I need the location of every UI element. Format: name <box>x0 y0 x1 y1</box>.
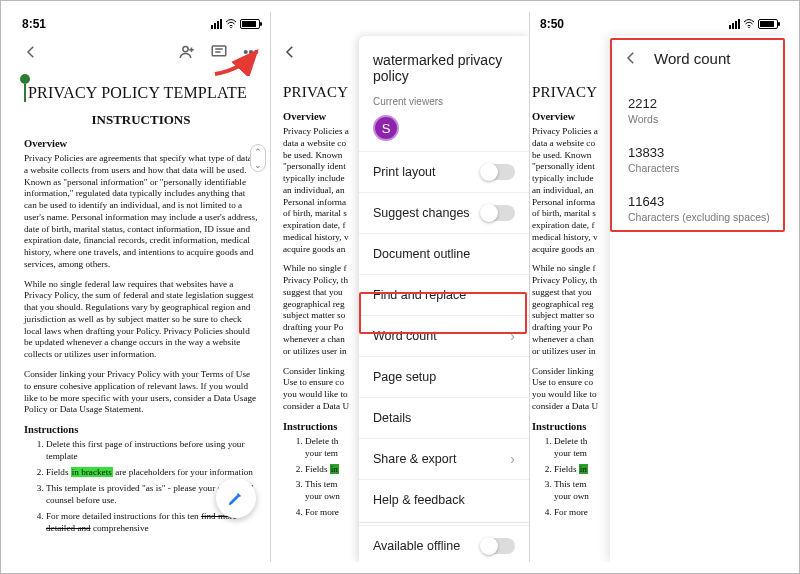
chars-ns-value: 11643 <box>628 194 770 209</box>
scroll-handle[interactable]: ⌃⌄ <box>250 144 266 172</box>
signal-icon <box>211 19 222 29</box>
svg-point-6 <box>748 27 750 29</box>
menu-suggest-changes[interactable]: Suggest changes <box>359 192 529 233</box>
phone-screen-2: PRIVACY Overview Privacy Policies adata … <box>271 12 530 562</box>
menu-page-setup[interactable]: Page setup <box>359 356 529 397</box>
word-count-title: Word count <box>654 50 730 67</box>
svg-point-3 <box>244 51 247 54</box>
chevron-right-icon: › <box>510 328 515 344</box>
chevron-right-icon: › <box>510 451 515 467</box>
menu-word-count[interactable]: Word count› <box>359 315 529 356</box>
overview-para-3[interactable]: Consider linking your Privacy Policy wit… <box>24 369 258 416</box>
overview-para-1[interactable]: Privacy Policies are agreements that spe… <box>24 153 258 271</box>
app-toolbar <box>12 36 270 68</box>
document-title[interactable]: PRIVACY POLICY TEMPLATE <box>24 84 258 102</box>
status-indicators <box>211 18 260 30</box>
menu-share-export[interactable]: Share & export› <box>359 438 529 479</box>
list-item: Delete this first page of instructions b… <box>46 439 258 463</box>
menu-document-outline[interactable]: Document outline <box>359 233 529 274</box>
document-title-text: PRIVACY <box>283 84 348 101</box>
svg-point-0 <box>230 27 232 29</box>
chars-value: 13833 <box>628 145 770 160</box>
word-count-words: 2212 Words <box>610 86 788 135</box>
words-label: Words <box>628 113 770 125</box>
battery-icon <box>240 19 260 29</box>
edit-fab[interactable] <box>216 478 256 518</box>
back-icon[interactable] <box>22 43 40 61</box>
word-count-characters-no-spaces: 11643 Characters (excluding spaces) <box>610 184 788 233</box>
comment-icon[interactable] <box>210 43 228 61</box>
menu-print-layout[interactable]: Print layout <box>359 151 529 192</box>
toggle-icon[interactable] <box>481 164 515 180</box>
phone-screen-3: 8:50 PRIVACY Overview Privacy Policies a… <box>530 12 788 562</box>
current-viewers-label: Current viewers <box>359 92 529 111</box>
wifi-icon <box>743 18 755 30</box>
overview-para-2[interactable]: While no single federal law requires tha… <box>24 279 258 361</box>
more-menu-icon[interactable] <box>242 43 260 61</box>
highlighted-text: in brackets <box>71 467 113 477</box>
svg-point-4 <box>250 51 253 54</box>
menu-doc-title: watermarked privacy policy <box>359 36 529 92</box>
back-icon <box>281 43 299 61</box>
toggle-icon[interactable] <box>481 538 515 554</box>
status-bar <box>271 12 529 36</box>
menu-help-feedback[interactable]: Help & feedback <box>359 479 529 520</box>
overflow-menu-panel: watermarked privacy policy Current viewe… <box>359 36 529 562</box>
status-indicators <box>729 18 778 30</box>
status-time: 8:50 <box>540 17 564 31</box>
chars-label: Characters <box>628 162 770 174</box>
text-cursor <box>24 84 26 102</box>
svg-rect-2 <box>212 46 226 56</box>
back-icon[interactable] <box>622 49 640 67</box>
document-content: ⌃⌄ PRIVACY POLICY TEMPLATE INSTRUCTIONS … <box>12 68 270 562</box>
instructions-subheading: Instructions <box>24 424 258 435</box>
list-item: Fields in brackets are placeholders for … <box>46 467 258 479</box>
overview-heading: Overview <box>24 138 258 149</box>
menu-find-replace[interactable]: Find and replace <box>359 274 529 315</box>
svg-point-1 <box>183 46 188 51</box>
wifi-icon <box>225 18 237 30</box>
share-person-icon[interactable] <box>178 43 196 61</box>
signal-icon <box>729 19 740 29</box>
word-count-list: 2212 Words 13833 Characters 11643 Charac… <box>610 80 788 239</box>
phone-screen-1: 8:51 ⌃⌄ PRIVACY POLICY TEMPL <box>12 12 271 562</box>
menu-separator <box>359 522 529 523</box>
battery-icon <box>758 19 778 29</box>
viewers-row: S <box>359 111 529 151</box>
word-count-characters: 13833 Characters <box>610 135 788 184</box>
toggle-icon[interactable] <box>481 205 515 221</box>
viewer-avatar[interactable]: S <box>373 115 399 141</box>
svg-point-5 <box>255 51 258 54</box>
document-title-text: PRIVACY POLICY TEMPLATE <box>28 84 247 102</box>
status-bar: 8:50 <box>530 12 788 36</box>
menu-available-offline[interactable]: Available offline <box>359 525 529 562</box>
word-count-panel: Word count 2212 Words 13833 Characters 1… <box>610 36 788 562</box>
status-time: 8:51 <box>22 17 46 31</box>
chars-ns-label: Characters (excluding spaces) <box>628 211 770 223</box>
status-bar: 8:51 <box>12 12 270 36</box>
instructions-heading: INSTRUCTIONS <box>24 112 258 128</box>
menu-details[interactable]: Details <box>359 397 529 438</box>
words-value: 2212 <box>628 96 770 111</box>
word-count-header: Word count <box>610 36 788 80</box>
